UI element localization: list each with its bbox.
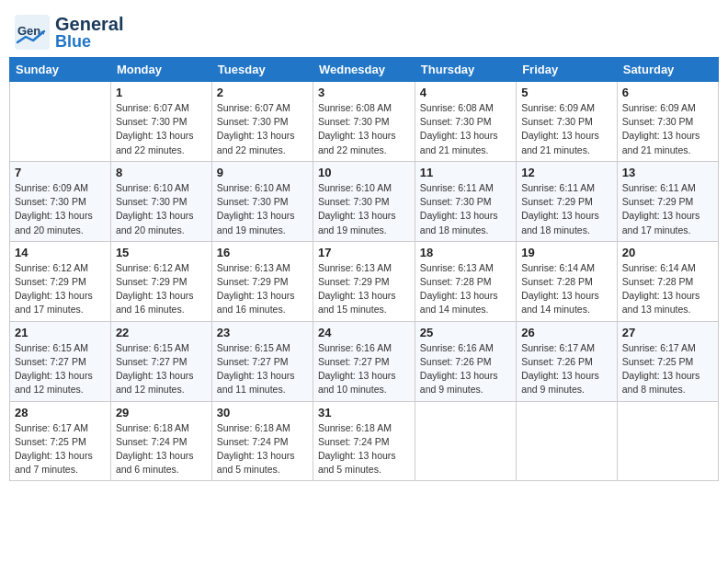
day-detail: Sunrise: 6:11 AMSunset: 7:30 PMDaylight:…	[420, 181, 511, 237]
day-number: 8	[116, 166, 207, 179]
day-number: 11	[420, 166, 511, 179]
day-number: 20	[622, 246, 713, 259]
day-number: 3	[318, 86, 410, 99]
calendar-cell: 15Sunrise: 6:12 AMSunset: 7:29 PMDayligh…	[110, 241, 211, 321]
day-number: 22	[116, 326, 207, 339]
weekday-header-saturday: Saturday	[617, 58, 718, 82]
calendar-cell: 16Sunrise: 6:13 AMSunset: 7:29 PMDayligh…	[211, 241, 313, 321]
calendar-cell: 10Sunrise: 6:10 AMSunset: 7:30 PMDayligh…	[313, 161, 415, 241]
day-detail: Sunrise: 6:17 AMSunset: 7:25 PMDaylight:…	[15, 421, 106, 477]
calendar-cell: 5Sunrise: 6:09 AMSunset: 7:30 PMDaylight…	[517, 82, 618, 162]
day-detail: Sunrise: 6:15 AMSunset: 7:27 PMDaylight:…	[217, 341, 308, 397]
day-number: 21	[15, 326, 106, 339]
day-number: 23	[217, 326, 308, 339]
weekday-header-friday: Friday	[517, 58, 618, 82]
calendar-cell: 2Sunrise: 6:07 AMSunset: 7:30 PMDaylight…	[211, 82, 313, 162]
day-number: 10	[318, 166, 410, 179]
day-number: 26	[521, 326, 612, 339]
calendar-cell: 3Sunrise: 6:08 AMSunset: 7:30 PMDaylight…	[313, 82, 415, 162]
day-detail: Sunrise: 6:15 AMSunset: 7:27 PMDaylight:…	[116, 341, 207, 397]
calendar-cell: 9Sunrise: 6:10 AMSunset: 7:30 PMDaylight…	[211, 161, 313, 241]
week-row-4: 21Sunrise: 6:15 AMSunset: 7:27 PMDayligh…	[10, 321, 719, 401]
day-number: 17	[318, 246, 410, 259]
weekday-header-wednesday: Wednesday	[313, 58, 415, 82]
calendar: SundayMondayTuesdayWednesdayThursdayFrid…	[9, 57, 719, 481]
calendar-cell: 26Sunrise: 6:17 AMSunset: 7:26 PMDayligh…	[517, 321, 618, 401]
calendar-cell	[10, 82, 111, 162]
calendar-cell	[415, 401, 516, 481]
day-number: 19	[521, 246, 612, 259]
day-number: 6	[622, 86, 713, 99]
day-detail: Sunrise: 6:15 AMSunset: 7:27 PMDaylight:…	[15, 341, 106, 397]
calendar-cell: 13Sunrise: 6:11 AMSunset: 7:29 PMDayligh…	[617, 161, 718, 241]
logo: Gen General Blue	[13, 13, 123, 52]
day-detail: Sunrise: 6:14 AMSunset: 7:28 PMDaylight:…	[622, 261, 713, 317]
day-number: 4	[420, 86, 511, 99]
day-detail: Sunrise: 6:16 AMSunset: 7:26 PMDaylight:…	[420, 341, 511, 397]
week-row-1: 1Sunrise: 6:07 AMSunset: 7:30 PMDaylight…	[10, 82, 719, 162]
day-number: 2	[217, 86, 308, 99]
day-detail: Sunrise: 6:13 AMSunset: 7:29 PMDaylight:…	[318, 261, 410, 317]
day-number: 14	[15, 246, 106, 259]
logo-graphic: Gen	[13, 13, 51, 52]
day-number: 31	[318, 406, 410, 419]
calendar-cell: 1Sunrise: 6:07 AMSunset: 7:30 PMDaylight…	[110, 82, 211, 162]
day-number: 27	[622, 326, 713, 339]
logo-line1: General	[55, 15, 123, 33]
day-number: 28	[15, 406, 106, 419]
day-detail: Sunrise: 6:09 AMSunset: 7:30 PMDaylight:…	[15, 181, 106, 237]
day-detail: Sunrise: 6:08 AMSunset: 7:30 PMDaylight:…	[420, 101, 511, 157]
day-number: 25	[420, 326, 511, 339]
day-detail: Sunrise: 6:13 AMSunset: 7:29 PMDaylight:…	[217, 261, 308, 317]
calendar-cell: 27Sunrise: 6:17 AMSunset: 7:25 PMDayligh…	[617, 321, 718, 401]
calendar-cell: 20Sunrise: 6:14 AMSunset: 7:28 PMDayligh…	[617, 241, 718, 321]
weekday-header-row: SundayMondayTuesdayWednesdayThursdayFrid…	[10, 58, 719, 82]
week-row-5: 28Sunrise: 6:17 AMSunset: 7:25 PMDayligh…	[10, 401, 719, 481]
day-number: 24	[318, 326, 410, 339]
calendar-cell: 18Sunrise: 6:13 AMSunset: 7:28 PMDayligh…	[415, 241, 516, 321]
calendar-cell: 8Sunrise: 6:10 AMSunset: 7:30 PMDaylight…	[110, 161, 211, 241]
calendar-cell	[617, 401, 718, 481]
day-detail: Sunrise: 6:13 AMSunset: 7:28 PMDaylight:…	[420, 261, 511, 317]
day-detail: Sunrise: 6:09 AMSunset: 7:30 PMDaylight:…	[622, 101, 713, 157]
week-row-2: 7Sunrise: 6:09 AMSunset: 7:30 PMDaylight…	[10, 161, 719, 241]
weekday-header-sunday: Sunday	[10, 58, 111, 82]
calendar-cell: 7Sunrise: 6:09 AMSunset: 7:30 PMDaylight…	[10, 161, 111, 241]
day-number: 13	[622, 166, 713, 179]
day-number: 29	[116, 406, 207, 419]
calendar-cell: 4Sunrise: 6:08 AMSunset: 7:30 PMDaylight…	[415, 82, 516, 162]
weekday-header-thursday: Thursday	[415, 58, 516, 82]
day-detail: Sunrise: 6:09 AMSunset: 7:30 PMDaylight:…	[521, 101, 612, 157]
calendar-cell: 22Sunrise: 6:15 AMSunset: 7:27 PMDayligh…	[110, 321, 211, 401]
calendar-cell: 21Sunrise: 6:15 AMSunset: 7:27 PMDayligh…	[10, 321, 111, 401]
logo-line2: Blue	[55, 33, 123, 50]
calendar-cell: 25Sunrise: 6:16 AMSunset: 7:26 PMDayligh…	[415, 321, 516, 401]
calendar-cell: 11Sunrise: 6:11 AMSunset: 7:30 PMDayligh…	[415, 161, 516, 241]
day-number: 16	[217, 246, 308, 259]
calendar-cell: 30Sunrise: 6:18 AMSunset: 7:24 PMDayligh…	[211, 401, 313, 481]
day-detail: Sunrise: 6:12 AMSunset: 7:29 PMDaylight:…	[15, 261, 106, 317]
day-number: 9	[217, 166, 308, 179]
day-detail: Sunrise: 6:10 AMSunset: 7:30 PMDaylight:…	[116, 181, 207, 237]
day-detail: Sunrise: 6:18 AMSunset: 7:24 PMDaylight:…	[116, 421, 207, 477]
day-detail: Sunrise: 6:11 AMSunset: 7:29 PMDaylight:…	[622, 181, 713, 237]
calendar-cell: 19Sunrise: 6:14 AMSunset: 7:28 PMDayligh…	[517, 241, 618, 321]
calendar-cell: 31Sunrise: 6:18 AMSunset: 7:24 PMDayligh…	[313, 401, 415, 481]
day-detail: Sunrise: 6:07 AMSunset: 7:30 PMDaylight:…	[217, 101, 308, 157]
calendar-cell: 12Sunrise: 6:11 AMSunset: 7:29 PMDayligh…	[517, 161, 618, 241]
calendar-cell: 17Sunrise: 6:13 AMSunset: 7:29 PMDayligh…	[313, 241, 415, 321]
calendar-cell	[517, 401, 618, 481]
day-detail: Sunrise: 6:18 AMSunset: 7:24 PMDaylight:…	[217, 421, 308, 477]
day-number: 5	[521, 86, 612, 99]
day-detail: Sunrise: 6:08 AMSunset: 7:30 PMDaylight:…	[318, 101, 410, 157]
week-row-3: 14Sunrise: 6:12 AMSunset: 7:29 PMDayligh…	[10, 241, 719, 321]
day-detail: Sunrise: 6:10 AMSunset: 7:30 PMDaylight:…	[318, 181, 410, 237]
day-number: 1	[116, 86, 207, 99]
day-detail: Sunrise: 6:18 AMSunset: 7:24 PMDaylight:…	[318, 421, 410, 477]
day-detail: Sunrise: 6:16 AMSunset: 7:27 PMDaylight:…	[318, 341, 410, 397]
day-detail: Sunrise: 6:14 AMSunset: 7:28 PMDaylight:…	[521, 261, 612, 317]
day-number: 15	[116, 246, 207, 259]
day-detail: Sunrise: 6:12 AMSunset: 7:29 PMDaylight:…	[116, 261, 207, 317]
calendar-cell: 24Sunrise: 6:16 AMSunset: 7:27 PMDayligh…	[313, 321, 415, 401]
day-detail: Sunrise: 6:10 AMSunset: 7:30 PMDaylight:…	[217, 181, 308, 237]
